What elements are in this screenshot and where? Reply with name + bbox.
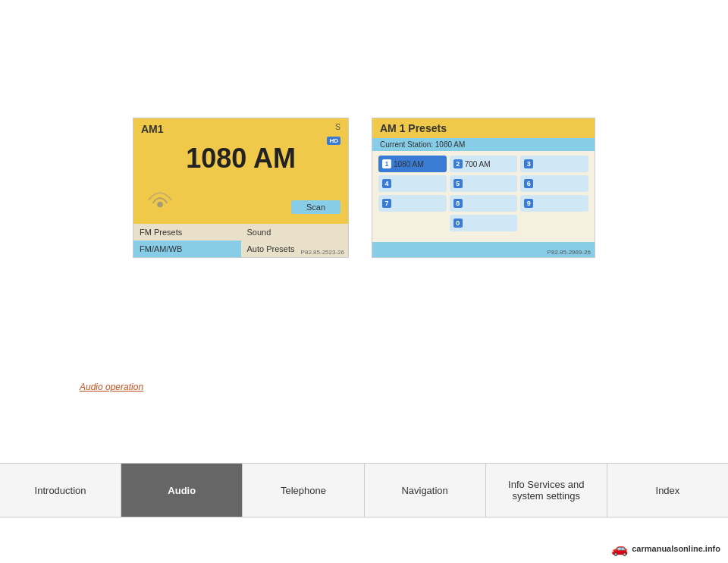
s-indicator: S [335,123,340,131]
preset-val-1: 1080 AM [394,160,423,168]
screen-right: AM 1 Presets Current Station: 1080 AM 1 … [372,118,595,258]
preset-2[interactable]: 2 700 AM [450,156,518,172]
left-screen-ref: P82.85-2523-26 [301,249,344,256]
audio-section-label: Audio operation [80,379,143,393]
svg-point-0 [157,202,163,208]
preset-4[interactable]: 4 [378,175,447,192]
watermark: 🚗 carmanualsonline.info [611,540,720,557]
tab-info-services[interactable]: Info Services and system settings [486,464,607,517]
preset-1[interactable]: 1 1080 AM [378,156,447,172]
preset-num-5: 5 [453,179,463,188]
fm-presets-button[interactable]: FM Presets [133,224,241,241]
presets-grid: 1 1080 AM 2 700 AM 3 4 [372,151,595,236]
main-content: AM1 S HD 1080 AM Scan FM Presets [0,0,728,563]
preset-3[interactable]: 3 [520,156,588,172]
section-label-text: Audio operation [80,382,143,392]
preset-val-2: 700 AM [465,160,491,168]
preset-num-3: 3 [524,159,533,168]
preset-7[interactable]: 7 [378,195,447,212]
signal-icon [145,183,175,213]
preset-num-0: 0 [453,219,463,228]
right-screen-ref: P82.85-2969-26 [548,249,591,256]
tab-navigation[interactable]: Navigation [365,464,486,517]
preset-9[interactable]: 9 [520,195,588,212]
hd-badge: HD [327,137,340,145]
tab-index[interactable]: Index [607,464,728,517]
fm-am-wb-button[interactable]: FM/AM/WB [133,241,241,257]
watermark-text: carmanualsonline.info [632,544,720,553]
top-bar-left: AM1 S [133,118,348,135]
scan-button[interactable]: Scan [291,200,340,214]
preset-num-1: 1 [382,159,391,168]
presets-title: AM 1 Presets [372,118,595,138]
current-station: Current Station: 1080 AM [372,138,595,151]
preset-num-4: 4 [382,179,391,188]
tab-audio[interactable]: Audio [121,464,243,517]
tab-telephone[interactable]: Telephone [243,464,364,517]
preset-6[interactable]: 6 [520,175,588,192]
preset-num-7: 7 [382,199,391,208]
preset-num-6: 6 [524,179,533,188]
preset-num-8: 8 [453,199,463,208]
sound-button[interactable]: Sound [241,224,349,241]
preset-0[interactable]: 0 [450,215,518,231]
frequency-display: 1080 AM [133,143,348,175]
screens-container: AM1 S HD 1080 AM Scan FM Presets [133,118,595,258]
station-label: AM1 [141,123,164,135]
car-icon: 🚗 [611,540,628,557]
tab-info-services-label: Info Services and system settings [508,479,584,502]
preset-num-9: 9 [524,199,533,208]
button-row-1: FM Presets Sound [133,224,348,241]
preset-8[interactable]: 8 [450,195,518,212]
screen-left: AM1 S HD 1080 AM Scan FM Presets [133,118,349,258]
preset-5[interactable]: 5 [450,175,518,192]
bottom-nav: Introduction Audio Telephone Navigation … [0,463,728,517]
tab-introduction[interactable]: Introduction [0,464,121,517]
preset-num-2: 2 [453,159,463,168]
